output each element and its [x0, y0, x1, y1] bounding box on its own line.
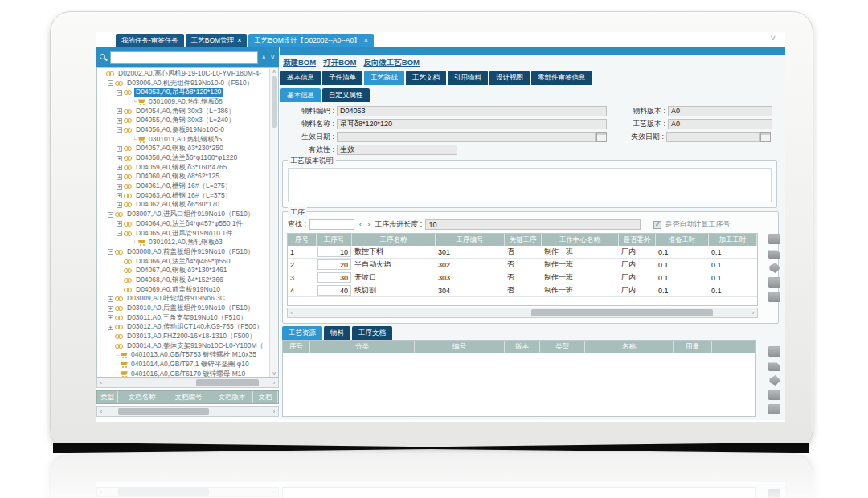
- tree-search-input[interactable]: [110, 51, 258, 64]
- expand-icon[interactable]: +: [117, 108, 122, 114]
- expand-icon[interactable]: +: [117, 202, 122, 208]
- document-tab[interactable]: 工艺BOM管理×: [186, 34, 248, 47]
- tree-item[interactable]: +D04054,A0,角钢 30x3（L=386）: [97, 107, 269, 116]
- expand-icon[interactable]: +: [117, 184, 122, 190]
- grid-icon[interactable]: [768, 277, 780, 288]
- expand-icon[interactable]: +: [117, 146, 122, 152]
- stamp-icon[interactable]: [768, 375, 780, 386]
- scroll-left-icon[interactable]: ‹: [288, 310, 296, 316]
- detail-tab[interactable]: 物料: [324, 326, 350, 340]
- expand-icon[interactable]: +: [117, 156, 122, 161]
- scroll-thumb[interactable]: [531, 309, 713, 316]
- stamp-icon[interactable]: [768, 263, 780, 273]
- tree-item[interactable]: └0301012,A0,热轧钢板δ3: [97, 238, 269, 247]
- material-code-field[interactable]: [337, 106, 607, 116]
- detail-tab[interactable]: 工序文档: [352, 326, 392, 340]
- tree-item[interactable]: +D04055,A0,角钢 30x3（L=240）: [97, 116, 269, 125]
- close-icon[interactable]: ×: [364, 37, 368, 44]
- tree-item[interactable]: +D03010,A0,后盖板组件919No10（F510）: [97, 304, 269, 313]
- print-icon[interactable]: [768, 361, 780, 371]
- main-tab[interactable]: 基本信息: [280, 71, 321, 85]
- grid-icon[interactable]: [768, 292, 780, 302]
- collapse-icon[interactable]: −: [108, 80, 113, 86]
- tree-item[interactable]: D04069,A0,前盖板919No10: [97, 285, 269, 295]
- tree-item[interactable]: └0301009,A0,热轧钢板δ8: [97, 97, 269, 107]
- tree-item[interactable]: └0401013,A0,GB/T5783 镀锌螺栓 M10x35: [97, 351, 269, 361]
- scroll-thumb[interactable]: [118, 408, 209, 415]
- tree-item[interactable]: +D04061,A0,槽钢 16#（L=275）: [97, 182, 269, 191]
- expand-icon[interactable]: +: [117, 174, 122, 180]
- document-tab[interactable]: 工艺BOM设计【D02002--A0--A0】×: [248, 34, 374, 47]
- collapse-icon[interactable]: −: [117, 127, 122, 133]
- tree-item[interactable]: +D04059,A0,钢板 δ3*160*4765: [97, 163, 269, 173]
- search-next-icon[interactable]: ∨: [269, 55, 276, 61]
- tree-item[interactable]: −D04056,A0,侧板919No10C-0: [97, 125, 269, 135]
- process-row[interactable]: 110数控下料301否制作一班厂内0.10.1: [288, 246, 757, 259]
- scroll-thumb[interactable]: [196, 379, 259, 386]
- tree-item[interactable]: +D03012,A0,传动组CT140水G9-765（F500）: [97, 323, 269, 333]
- close-icon[interactable]: ×: [237, 37, 241, 44]
- main-tab[interactable]: 引用物料: [448, 71, 488, 85]
- scroll-right-icon[interactable]: ›: [270, 380, 278, 386]
- detail-tab-active[interactable]: 工艺资源: [282, 326, 322, 340]
- expand-icon[interactable]: +: [108, 315, 113, 320]
- tree-item[interactable]: └0301011,A0,热轧钢板δ5: [97, 135, 269, 145]
- tree-scrollbar[interactable]: ∧ ∨: [269, 68, 278, 377]
- effective-date-field[interactable]: [337, 132, 596, 142]
- calendar-icon[interactable]: [596, 132, 607, 142]
- tree-item[interactable]: +D03011,A0,三角支架919No10（F510）: [97, 313, 269, 323]
- main-tab[interactable]: 子件清单: [322, 71, 362, 85]
- find-next-icon[interactable]: ›: [366, 221, 372, 228]
- scroll-down-icon[interactable]: ∨: [272, 370, 276, 377]
- tree-item[interactable]: D04067,A0,钢板 δ3*130*1461: [97, 266, 269, 276]
- action-link[interactable]: 反向做工艺BOM: [363, 58, 420, 68]
- chevron-down-icon[interactable]: ˅: [771, 33, 776, 43]
- calendar-icon[interactable]: [760, 132, 771, 142]
- tree-item[interactable]: +D04058,A0,法兰δ6*φ1160*φ1220: [97, 153, 269, 163]
- action-link[interactable]: 新建BOM: [283, 58, 316, 68]
- expand-icon[interactable]: +: [117, 118, 122, 124]
- tree-item[interactable]: D03014,A0,整体支架919No10C-L0-Y180M（: [97, 341, 269, 351]
- expire-date-field[interactable]: [666, 132, 760, 142]
- main-tab[interactable]: 设计视图: [489, 71, 530, 85]
- export-icon[interactable]: [768, 346, 780, 357]
- tree-item[interactable]: D04066,A0,法兰δ4*φ469*φ550: [97, 257, 269, 267]
- action-link[interactable]: 打开BOM: [323, 58, 356, 68]
- tree-item[interactable]: └0401016,A0,GB/T6170 镀锌螺母 M10: [97, 369, 269, 378]
- tree-item[interactable]: −D03008,A0,前盖板组件919No10（F510）: [97, 247, 269, 257]
- tree-item[interactable]: +D03009,A0,叶轮组件919No6.3C: [97, 295, 269, 304]
- expand-icon[interactable]: +: [117, 165, 122, 170]
- grid-icon[interactable]: [768, 390, 780, 400]
- op-number-cell[interactable]: 40: [317, 285, 351, 296]
- tree-item[interactable]: +D04064,A0,法兰δ4*φ457*φ550 1件: [97, 219, 269, 229]
- op-number-cell[interactable]: 20: [317, 259, 351, 270]
- collapse-icon[interactable]: −: [108, 212, 113, 218]
- main-tab[interactable]: 工艺文档: [406, 71, 446, 85]
- step-input[interactable]: [425, 219, 641, 230]
- tree-item[interactable]: +D04062,A0,钢板 δ6*80*170: [97, 201, 269, 210]
- tree-item[interactable]: D03013,A0,FHZ200-16×18-1310（F500）: [97, 332, 269, 341]
- export-icon[interactable]: [768, 234, 780, 244]
- tree-item[interactable]: D02002,A0,离心风机9-19-10C-L0-YVP180M-4-: [97, 69, 269, 79]
- document-tab[interactable]: 我的任务-审签任务: [116, 34, 184, 47]
- expand-icon[interactable]: +: [117, 193, 122, 198]
- tree-hscrollbar[interactable]: ‹ ›: [96, 378, 279, 388]
- collapse-icon[interactable]: −: [117, 90, 122, 96]
- tree-item[interactable]: −D03007,A0,进风口组件919No10（F510）: [97, 210, 269, 219]
- process-row[interactable]: 440线切割304否制作一班厂内0.10.1: [288, 284, 757, 297]
- search-prev-icon[interactable]: ∧: [260, 55, 267, 61]
- main-tab-active[interactable]: 工艺路线: [364, 71, 404, 85]
- expand-icon[interactable]: +: [108, 325, 113, 330]
- tree-item[interactable]: +D04063,A0,槽钢 16#（L=375）: [97, 191, 269, 201]
- dock-hscrollbar[interactable]: ‹ ›: [96, 406, 279, 417]
- process-table-hscrollbar[interactable]: ‹ ›: [287, 308, 758, 318]
- expand-icon[interactable]: +: [108, 306, 113, 312]
- scroll-left-icon[interactable]: ‹: [97, 409, 105, 414]
- tree-item[interactable]: +D04057,A0,钢板 δ3*230*250: [97, 145, 269, 154]
- scroll-right-icon[interactable]: ›: [270, 409, 278, 414]
- op-number-cell[interactable]: 30: [317, 272, 351, 283]
- tree-item[interactable]: └0401014,A0,GB/T97.1 镀锌平垫圈 φ10: [97, 360, 269, 369]
- tree-item[interactable]: −D04065,A0,进风管919No10 1件: [97, 229, 269, 239]
- process-row[interactable]: 330开坡口303否制作一班厂内0.10.1: [288, 271, 757, 284]
- tree-item[interactable]: −D04053,A0,吊耳δ8*120*120: [97, 88, 269, 97]
